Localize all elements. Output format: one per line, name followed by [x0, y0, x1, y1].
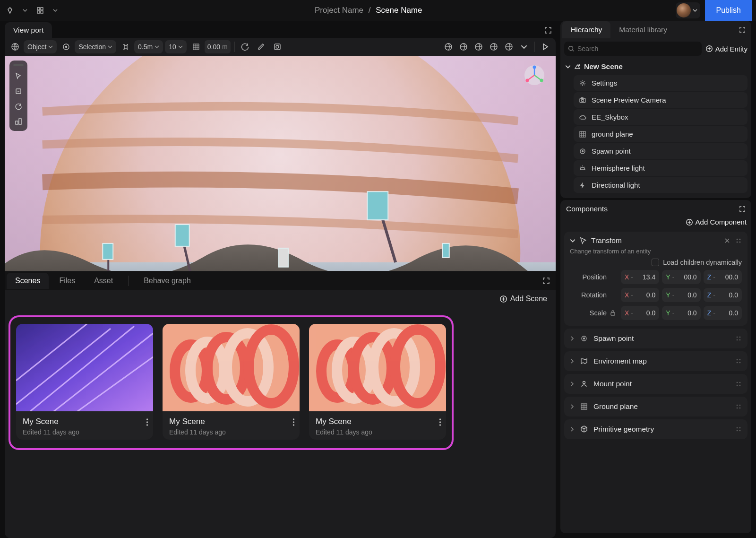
- edit-icon[interactable]: [255, 40, 268, 53]
- hierarchy-root[interactable]: New Scene: [564, 60, 747, 74]
- chevron-right-icon: [570, 359, 575, 364]
- chevron-down-icon[interactable]: [49, 4, 61, 17]
- scale-y-input[interactable]: Y-0.0: [662, 306, 700, 320]
- scale-icon[interactable]: [12, 115, 25, 128]
- more-icon[interactable]: [146, 418, 148, 426]
- snap-distance-select[interactable]: 0.5m: [134, 40, 163, 53]
- position-y-input[interactable]: Y-00.0: [662, 270, 700, 284]
- more-icon[interactable]: [292, 418, 295, 426]
- component-collapsed[interactable]: Ground plane: [564, 397, 747, 417]
- snap-icon[interactable]: [119, 40, 132, 53]
- drag-handle-icon[interactable]: [13, 64, 24, 66]
- svg-point-102: [737, 430, 738, 432]
- drag-handle-icon[interactable]: [735, 335, 742, 342]
- drag-handle-icon[interactable]: [735, 358, 742, 364]
- chevron-down-icon[interactable]: [19, 4, 31, 17]
- transform-mode-select[interactable]: Object: [24, 40, 57, 53]
- lock-icon[interactable]: [610, 310, 618, 316]
- orientation-gizmo[interactable]: [524, 64, 545, 86]
- cursor-icon[interactable]: [12, 69, 25, 83]
- component-collapsed[interactable]: Spawn point: [564, 329, 747, 348]
- play-icon[interactable]: [539, 40, 552, 53]
- add-scene-button[interactable]: Add Scene: [499, 295, 547, 303]
- drag-handle-icon[interactable]: [735, 426, 742, 433]
- tab-material-library[interactable]: Material library: [610, 21, 676, 38]
- add-component-button[interactable]: Add Component: [686, 218, 747, 226]
- rotation-z-input[interactable]: Z-0.0: [704, 288, 742, 302]
- close-icon[interactable]: [724, 237, 730, 244]
- user-menu[interactable]: [676, 2, 700, 18]
- globe-icon[interactable]: [457, 40, 470, 53]
- drag-handle-icon[interactable]: [735, 237, 742, 244]
- tab-files[interactable]: Files: [51, 273, 84, 289]
- fullscreen-icon[interactable]: [735, 23, 749, 37]
- drag-handle-icon[interactable]: [735, 381, 742, 387]
- search-field[interactable]: [577, 45, 698, 52]
- mount-icon: [579, 379, 589, 389]
- move-icon[interactable]: [12, 85, 25, 98]
- svg-point-94: [739, 385, 741, 386]
- globe-icon[interactable]: [487, 40, 500, 53]
- fullscreen-icon[interactable]: [539, 273, 554, 288]
- drag-handle-icon[interactable]: [735, 403, 742, 410]
- fullscreen-icon[interactable]: [739, 206, 746, 212]
- more-icon[interactable]: [439, 418, 441, 426]
- publish-button[interactable]: Publish: [705, 0, 752, 21]
- globe-icon[interactable]: [472, 40, 485, 53]
- hierarchy-item[interactable]: EE_Skybox: [574, 109, 747, 125]
- hierarchy-item[interactable]: Settings: [574, 75, 747, 91]
- cube-icon: [579, 425, 589, 434]
- tab-behave-graph[interactable]: Behave graph: [135, 273, 199, 289]
- chevron-down-icon[interactable]: [517, 40, 531, 53]
- scene-name[interactable]: Scene Name: [376, 6, 422, 15]
- viewport-tab[interactable]: View port: [5, 22, 52, 38]
- component-collapsed[interactable]: Primitive geometry: [564, 419, 747, 439]
- project-name[interactable]: Project Name: [315, 6, 363, 15]
- crosshair-icon[interactable]: [60, 40, 73, 53]
- mask-icon[interactable]: [271, 40, 284, 53]
- add-entity-button[interactable]: Add Entity: [705, 45, 747, 53]
- tab-scenes[interactable]: Scenes: [7, 273, 49, 289]
- rotation-y-input[interactable]: Y-0.0: [662, 288, 700, 302]
- globe-icon[interactable]: [442, 40, 455, 53]
- globe-icon[interactable]: [502, 40, 515, 53]
- rotation-x-input[interactable]: X-0.0: [621, 288, 659, 302]
- rotate-icon[interactable]: [12, 100, 25, 113]
- envmap-icon: [579, 356, 589, 366]
- hierarchy-item[interactable]: Directional light: [574, 177, 747, 193]
- snap-count-select[interactable]: 10: [165, 40, 187, 53]
- hierarchy-item[interactable]: Hemisphere light: [574, 160, 747, 176]
- viewport-canvas[interactable]: [5, 56, 556, 271]
- layout-grid-icon[interactable]: [34, 4, 46, 17]
- component-collapsed[interactable]: Mount point: [564, 374, 747, 394]
- scene-card[interactable]: My Scene Edited 11 days ago: [309, 324, 446, 440]
- position-z-input[interactable]: Z-00.0: [704, 270, 742, 284]
- svg-point-93: [737, 385, 738, 386]
- scene-card[interactable]: My Scene Edited 11 days ago: [163, 324, 300, 440]
- components-title: Components: [566, 205, 608, 213]
- scale-z-input[interactable]: Z-0.0: [704, 306, 742, 320]
- load-children-checkbox[interactable]: Load children dynamically: [570, 259, 742, 266]
- hierarchy-item[interactable]: ground plane: [574, 126, 747, 142]
- scene-card[interactable]: My Scene Edited 11 days ago: [16, 324, 153, 440]
- selection-mode-select[interactable]: Selection: [75, 40, 116, 53]
- component-collapsed[interactable]: Enviroment map: [564, 351, 747, 371]
- refresh-icon[interactable]: [239, 40, 252, 53]
- hierarchy-item[interactable]: Spawn point: [574, 143, 747, 159]
- hierarchy-item-label: EE_Skybox: [592, 113, 628, 121]
- globe-icon[interactable]: [9, 40, 22, 53]
- hierarchy-item[interactable]: Scene Preview Camera: [574, 92, 747, 108]
- search-input[interactable]: [564, 42, 702, 56]
- chevron-down-icon[interactable]: [570, 238, 576, 243]
- component-transform: Transfom Change transform of an entity L…: [564, 232, 747, 326]
- tab-asset[interactable]: Asset: [86, 273, 121, 289]
- grid-icon[interactable]: [189, 40, 203, 53]
- breadcrumb: Project Name / Scene Name: [61, 6, 676, 15]
- fullscreen-icon[interactable]: [541, 23, 556, 38]
- position-x-input[interactable]: X-13.4: [621, 270, 659, 284]
- render-mode-group: [442, 40, 531, 53]
- logo-icon[interactable]: [4, 4, 16, 17]
- viewport-tool-panel[interactable]: [9, 61, 27, 131]
- tab-hierarchy[interactable]: Hierarchy: [562, 21, 610, 38]
- scale-x-input[interactable]: X-0.0: [621, 306, 659, 320]
